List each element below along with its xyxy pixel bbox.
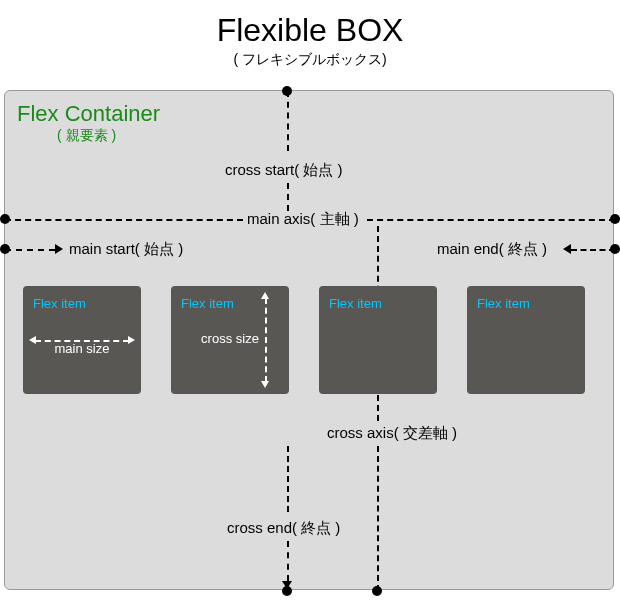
- flex-item-label: Flex item: [33, 296, 86, 311]
- diagram-subtitle: ( フレキシブルボックス): [0, 51, 620, 69]
- flex-item-2: Flex item cross size: [171, 286, 289, 394]
- main-end-dot: [610, 244, 620, 254]
- main-size-label: main size: [33, 341, 131, 356]
- main-end-arrow: [563, 244, 571, 254]
- cross-end-line-b: [287, 541, 289, 581]
- cross-axis-line-3: [377, 446, 379, 591]
- cross-end-label: cross end( 終点 ): [227, 519, 340, 538]
- flex-items-row: Flex item main size Flex item cross size…: [23, 286, 585, 394]
- main-start-arrow: [55, 244, 63, 254]
- cross-axis-line-top: [287, 91, 289, 151]
- flex-container: Flex Container ( 親要素 ) cross start( 始点 )…: [4, 90, 614, 590]
- flex-item-label: Flex item: [329, 296, 382, 311]
- diagram-title: Flexible BOX: [0, 0, 620, 49]
- cross-end-line-a: [287, 446, 289, 512]
- cross-size-line: [265, 298, 267, 382]
- cross-start-label: cross start( 始点 ): [225, 161, 343, 180]
- main-size-line: [35, 340, 129, 342]
- cross-size-arrow-down: [261, 381, 269, 388]
- cross-axis-line-mid: [287, 183, 289, 211]
- flex-item-label: Flex item: [477, 296, 530, 311]
- main-axis-line-left: [5, 219, 243, 221]
- flex-item-3: Flex item: [319, 286, 437, 394]
- cross-axis-label: cross axis( 交差軸 ): [327, 424, 457, 443]
- main-end-label: main end( 終点 ): [437, 240, 547, 259]
- main-end-line: [571, 249, 615, 251]
- main-axis-dot-left: [0, 214, 10, 224]
- main-start-line: [5, 249, 55, 251]
- flex-item-1: Flex item main size: [23, 286, 141, 394]
- main-axis-label: main axis( 主軸 ): [247, 210, 359, 229]
- main-axis-line-right: [367, 219, 615, 221]
- cross-axis-dot-bottom: [372, 586, 382, 596]
- cross-end-dot: [282, 586, 292, 596]
- main-size-arrow-right: [128, 336, 135, 344]
- main-axis-dot-right: [610, 214, 620, 224]
- cross-axis-dot-top: [282, 86, 292, 96]
- container-subtitle: ( 親要素 ): [57, 127, 116, 145]
- flex-item-label: Flex item: [181, 296, 234, 311]
- flex-item-4: Flex item: [467, 286, 585, 394]
- container-title: Flex Container: [17, 101, 160, 127]
- main-start-label: main start( 始点 ): [69, 240, 183, 259]
